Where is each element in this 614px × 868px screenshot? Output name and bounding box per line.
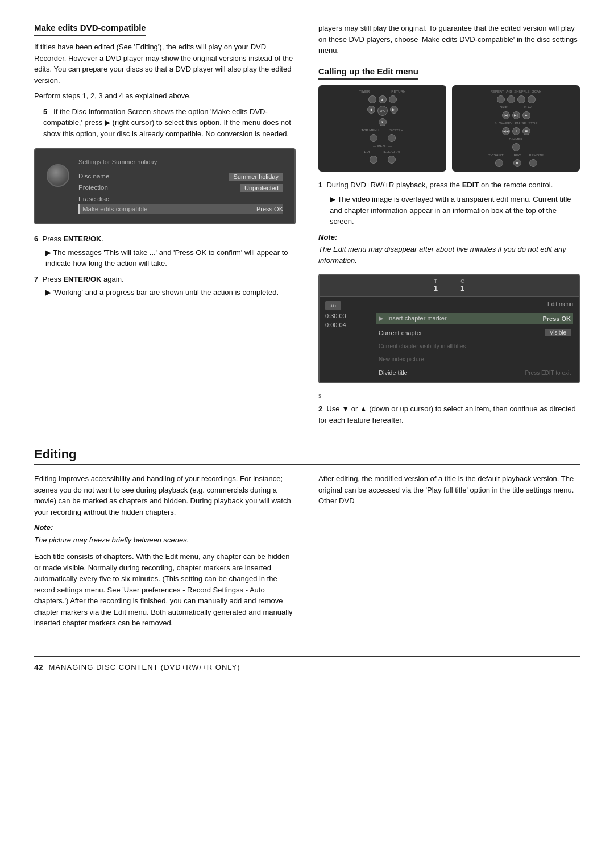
- edit-item-curchapter: Current chapter Visible: [376, 327, 573, 338]
- edit-menu-tc-c: C 1: [460, 278, 464, 293]
- edit-item-dividetitle-action: Press EDIT to exit: [525, 370, 571, 376]
- remote-label-return: RETURN: [391, 90, 405, 93]
- remote-btn-return: [389, 95, 397, 103]
- remote-label-dimmer: DIMMER: [509, 137, 522, 141]
- page-footer: 42 Managing disc content (DVD+RW/+R only…: [34, 656, 580, 672]
- remote-label-edit: EDIT: [364, 150, 372, 153]
- step2-text: Use ▼ or ▲ (down or up cursor) to select…: [318, 404, 576, 424]
- dvd-menu-title: Settings for Summer holiday: [78, 158, 283, 165]
- edit-time2: 0:00:04: [325, 322, 371, 328]
- edit-item-newindex: New index picture: [376, 354, 573, 364]
- remote-btn-left: ◀: [367, 106, 375, 114]
- step5-label: 5: [43, 107, 47, 116]
- rw-play-icon: ⏮▶: [325, 301, 341, 310]
- remote-btn-prev: |◀: [502, 111, 510, 119]
- step5-text: If the Disc Information Screen shows the…: [43, 107, 291, 138]
- remote-btn-slowrev: ◀◀: [502, 127, 510, 135]
- edit-item-newindex-label: New index picture: [379, 356, 424, 362]
- edit-item-curchapter-value: Visible: [545, 329, 571, 336]
- step6-label: 6: [34, 235, 38, 243]
- remote-row-right-btns3: ◀◀ ⏸ ⏹: [502, 127, 530, 135]
- dvd-row1-label: Disc name: [78, 173, 109, 181]
- remote-label-system: SYSTEM: [389, 128, 404, 132]
- remote-btn-telechat: [388, 156, 396, 164]
- remote-btn-up: ▲: [379, 95, 387, 103]
- edit-tc-t-label: T: [434, 278, 438, 284]
- remote-row-right-btns5: ⏺: [495, 159, 537, 167]
- remote-row-bot: ▼: [366, 118, 399, 126]
- remote-btn-shuffle: [517, 95, 525, 103]
- remote-box-left: TIMER RETURN ▲ ◀ OK ▶ ▼: [318, 85, 446, 172]
- edit-item-dividetitle-label: Divide title: [379, 369, 408, 376]
- step7-label: 7: [34, 275, 38, 283]
- remote-label-menu: — MENU —: [373, 144, 392, 148]
- step2-label: 2: [318, 404, 322, 413]
- edit-item-insert-action: Press OK: [542, 315, 571, 322]
- editing-right: After editing, the modified version of a…: [318, 473, 580, 633]
- remote-row-top-btns: ▲: [368, 95, 397, 103]
- edit-tc-c-val: 1: [460, 284, 464, 293]
- edit-menu-screenshot: T 1 C 1 ⏮▶ 0:30:00 0:00:04: [318, 274, 580, 383]
- remote-btn-system: [388, 134, 396, 142]
- dvd-menu-screenshot: Settings for Summer holiday Disc name Su…: [34, 148, 296, 224]
- edit-menu-right: Edit menu ▶ Insert chapter marker Press …: [376, 301, 573, 378]
- dvd-row1-value: Summer holiday: [229, 173, 283, 181]
- remote-label-pause: PAUSE: [515, 122, 526, 125]
- remote-btn-pause: ⏸: [512, 127, 520, 135]
- remote-btn-play: ▶: [522, 111, 530, 119]
- dvd-menu-row-erase: Erase disc: [78, 194, 283, 204]
- step6: 6 Press ENTER/OK.: [34, 233, 296, 245]
- right-col-body-continue: players may still play the original. To …: [318, 23, 580, 56]
- step7: 7 Press ENTER/OK again.: [34, 274, 296, 285]
- remote-label-stop: STOP: [528, 122, 537, 125]
- dvd-row4-action: Press OK: [256, 206, 283, 212]
- edit-item-visibility-label: Current chapter visibility in all titles: [379, 343, 466, 349]
- dvd-menu-row-makecompatible: Make edits compatible Press OK: [78, 204, 283, 214]
- editing-left: Editing improves accessibility and handl…: [34, 473, 296, 633]
- remote-row-mid: ◀ OK ▶: [367, 106, 398, 116]
- edit-menu-label: Edit menu: [547, 301, 573, 307]
- remote-row-edit-labels: EDIT TELE/CHAT: [364, 150, 400, 153]
- edit-item-arrow1: ▶: [379, 315, 383, 322]
- edit-menu-left: ⏮▶ 0:30:00 0:00:04: [325, 301, 371, 378]
- dvd-menu-content: Settings for Summer holiday Disc name Su…: [78, 158, 283, 214]
- calling-title: Calling up the Edit menu: [318, 66, 418, 80]
- editing-title: Editing: [34, 447, 580, 465]
- remote-row-right-label4: DIMMER: [509, 137, 522, 141]
- remote-label-ab: A-B: [506, 90, 512, 93]
- note-text: The Edit menu may disappear after about …: [318, 244, 580, 266]
- edit-item-curchapter-label: Current chapter: [379, 329, 422, 336]
- editing-body3: After editing, the modified version of a…: [318, 473, 580, 507]
- s-label: s: [318, 391, 580, 400]
- remote-label-scan: SCAN: [532, 90, 542, 93]
- remote-label-timer: TIMER: [359, 90, 370, 93]
- step1: 1 During DVD+RW/+R playback, press the E…: [318, 180, 580, 191]
- step1-label: 1: [318, 181, 322, 189]
- remote-label-skip: SKIP: [500, 106, 508, 109]
- remote-row-lower-btns: [370, 134, 396, 142]
- remote-row-right-labels1: REPEAT A-B SHUFFLE SCAN: [491, 90, 542, 93]
- remote-label-telechat: TELE/CHAT: [382, 150, 401, 153]
- remote-label-topmenu: TOP MENU: [361, 128, 379, 132]
- dvd-menu-row-discname: Disc name Summer holiday: [78, 171, 283, 182]
- dvd-row2-value: Unprotected: [240, 184, 283, 192]
- remote-row-top-labels: TIMER RETURN: [359, 90, 406, 93]
- remote-row-right-label3: SLOW/REV PAUSE STOP: [495, 122, 538, 125]
- remote-btn-ab: [507, 95, 515, 103]
- edit-tc-t-val: 1: [434, 284, 438, 293]
- edit-tc-c-label: C: [460, 278, 464, 284]
- remote-label-remote: REMOTE: [529, 153, 544, 157]
- footer-title-text: Managing disc content (DVD+RW/+R only): [49, 663, 240, 671]
- remote-btn-tvshift: [495, 159, 503, 167]
- remote-btn-dimmer: [512, 143, 520, 151]
- right-column: players may still play the original. To …: [318, 23, 580, 430]
- footer-title: Managing disc content (DVD+RW/+R only): [49, 663, 240, 671]
- remote-row-right-btns1: [497, 95, 536, 103]
- remote-row-edit-btns: [370, 156, 396, 164]
- dvd-row2-label: Protection: [78, 184, 108, 192]
- edit-time1: 0:30:00: [325, 312, 371, 319]
- edit-item-visibility: Current chapter visibility in all titles: [376, 341, 573, 351]
- remote-btn-stop: ⏹: [522, 127, 530, 135]
- edit-menu-right-header: Edit menu: [376, 301, 573, 307]
- edit-item-insert: ▶ Insert chapter marker Press OK: [376, 313, 573, 324]
